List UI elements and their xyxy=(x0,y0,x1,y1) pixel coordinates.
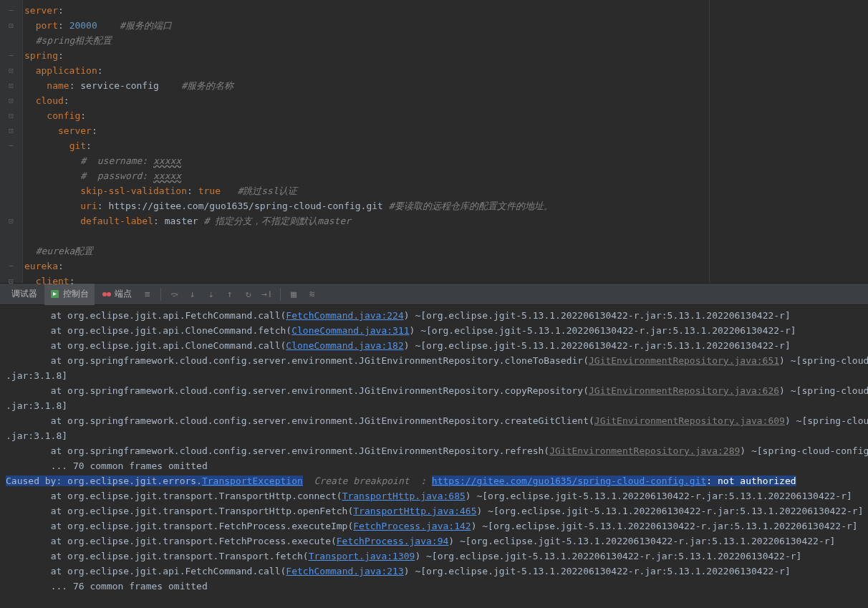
code-line[interactable]: client: xyxy=(24,274,868,289)
source-link[interactable]: JGitEnvironmentRepository.java:651 xyxy=(589,355,779,366)
source-link[interactable]: TransportHttp.java:465 xyxy=(353,506,476,516)
editor-area: −⊡−⊡⊡⊡⊡⊡−⊡−⊡ server: port: 20000 #服务的端口 … xyxy=(0,0,868,283)
svg-point-1 xyxy=(102,292,107,296)
console-line: at org.eclipse.jgit.transport.Transport.… xyxy=(6,549,862,564)
fold-toggle-icon[interactable]: ⊡ xyxy=(0,63,22,78)
console-line: at org.springframework.cloud.config.serv… xyxy=(6,413,862,428)
code-line[interactable]: skip-ssl-validation: true #跳过ssl认证 xyxy=(24,183,868,198)
fold-toggle-icon[interactable]: ⊡ xyxy=(0,274,22,289)
fold-toggle-icon[interactable]: ⊡ xyxy=(0,18,22,33)
source-link[interactable]: Transport.java:1309 xyxy=(309,551,415,561)
code-content[interactable]: server: port: 20000 #服务的端口 #spring相关配置sp… xyxy=(23,0,868,283)
code-line[interactable]: spring: xyxy=(24,48,868,63)
console-line: at org.eclipse.jgit.api.CloneCommand.fet… xyxy=(6,323,862,338)
console-line: at org.springframework.cloud.config.serv… xyxy=(6,443,862,458)
console-line: at org.eclipse.jgit.transport.TransportH… xyxy=(6,503,862,518)
code-line[interactable]: server: xyxy=(24,123,868,138)
fold-toggle-icon[interactable]: ⊡ xyxy=(0,213,22,228)
fold-toggle-icon[interactable]: − xyxy=(0,48,22,63)
code-line[interactable]: # username: xxxxx xyxy=(24,153,868,168)
code-line[interactable]: eureka: xyxy=(24,259,868,274)
console-line: at org.eclipse.jgit.transport.FetchProce… xyxy=(6,534,862,549)
code-line[interactable]: cloud: xyxy=(24,93,868,108)
source-link[interactable]: JGitEnvironmentRepository.java:609 xyxy=(594,415,785,426)
svg-point-2 xyxy=(107,292,111,296)
exception-link[interactable]: TransportException xyxy=(202,476,303,486)
console-line: at org.eclipse.jgit.api.FetchCommand.cal… xyxy=(6,308,862,323)
fold-toggle-icon[interactable]: − xyxy=(0,3,22,18)
fold-toggle-icon[interactable]: − xyxy=(0,259,22,274)
console-line: at org.eclipse.jgit.transport.TransportH… xyxy=(6,488,862,503)
bottom-panel: 调试器 控制台 端点 ≡ ⤼ ↓ ⇣ ↑ ↻ →ǀ ▦ ≋ at org.ecl… xyxy=(0,283,868,608)
console-line: ... 70 common frames omitted xyxy=(6,458,862,473)
code-line[interactable]: git: xyxy=(24,138,868,153)
code-line[interactable]: #eureka配置 xyxy=(24,243,868,259)
console-line: at org.eclipse.jgit.api.FetchCommand.cal… xyxy=(6,564,862,579)
source-link[interactable]: CloneCommand.java:182 xyxy=(286,340,403,351)
fold-toggle-icon[interactable]: − xyxy=(0,138,22,153)
console-line: .jar:3.1.8] xyxy=(6,398,862,413)
source-link[interactable]: TransportHttp.java:685 xyxy=(342,491,466,501)
code-line[interactable]: port: 20000 #服务的端口 xyxy=(24,18,868,33)
console-line: .jar:3.1.8] xyxy=(6,368,862,383)
code-line[interactable]: server: xyxy=(24,3,868,18)
create-breakpoint-link[interactable]: Create breakpoint : xyxy=(303,476,432,486)
console-line: ... 76 common frames omitted xyxy=(6,579,862,594)
fold-toggle-icon[interactable] xyxy=(0,153,22,168)
source-link[interactable]: FetchCommand.java:213 xyxy=(286,566,403,576)
tab-label: 调试器 xyxy=(11,288,37,300)
code-line[interactable]: #spring相关配置 xyxy=(24,33,868,48)
console-line: at org.springframework.cloud.config.serv… xyxy=(6,383,862,398)
fold-toggle-icon[interactable]: ⊡ xyxy=(0,108,22,123)
fold-gutter: −⊡−⊡⊡⊡⊡⊡−⊡−⊡ xyxy=(0,0,23,283)
fold-toggle-icon[interactable]: ⊡ xyxy=(0,78,22,93)
fold-toggle-icon[interactable] xyxy=(0,183,22,198)
tab-label: 端点 xyxy=(115,288,132,300)
url-link[interactable]: https://gitee.com/guo1635/spring-cloud-c… xyxy=(432,476,707,486)
source-link[interactable]: FetchProcess.java:94 xyxy=(337,536,449,546)
source-link[interactable]: JGitEnvironmentRepository.java:626 xyxy=(589,385,779,396)
code-line[interactable]: default-label: master # 指定分支，不指定则默认maste… xyxy=(24,213,868,228)
fold-toggle-icon[interactable] xyxy=(0,228,22,243)
separator xyxy=(280,288,281,301)
code-line[interactable]: uri: https://gitee.com/guo1635/spring-cl… xyxy=(24,198,868,213)
fold-toggle-icon[interactable]: ⊡ xyxy=(0,123,22,138)
fold-toggle-icon[interactable] xyxy=(0,33,22,48)
code-line[interactable]: application: xyxy=(24,63,868,78)
fold-toggle-icon[interactable] xyxy=(0,168,22,183)
code-line[interactable]: name: service-config #服务的名称 xyxy=(24,78,868,93)
source-link[interactable]: CloneCommand.java:311 xyxy=(291,325,409,336)
console-line: .jar:3.1.8] xyxy=(6,428,862,443)
fold-toggle-icon[interactable] xyxy=(0,198,22,213)
play-icon xyxy=(50,289,59,299)
fold-toggle-icon[interactable] xyxy=(0,243,22,259)
breakpoint-icon xyxy=(102,289,111,299)
code-line[interactable]: config: xyxy=(24,108,868,123)
tab-label: 控制台 xyxy=(63,288,89,300)
console-line: at org.eclipse.jgit.api.CloneCommand.cal… xyxy=(6,338,862,353)
source-link[interactable]: FetchCommand.java:224 xyxy=(286,310,403,321)
code-line[interactable]: # password: xxxxx xyxy=(24,168,868,183)
console-line: at org.eclipse.jgit.transport.FetchProce… xyxy=(6,518,862,534)
source-link[interactable]: FetchProcess.java:142 xyxy=(353,521,471,531)
right-margin-line xyxy=(709,0,710,283)
code-line[interactable] xyxy=(24,228,868,243)
fold-toggle-icon[interactable]: ⊡ xyxy=(0,93,22,108)
console-line: at org.springframework.cloud.config.serv… xyxy=(6,353,862,368)
separator xyxy=(160,288,161,301)
source-link[interactable]: JGitEnvironmentRepository.java:289 xyxy=(549,445,740,456)
console-line: Caused by: org.eclipse.jgit.errors.Trans… xyxy=(6,473,862,488)
console-output[interactable]: at org.eclipse.jgit.api.FetchCommand.cal… xyxy=(0,305,868,608)
